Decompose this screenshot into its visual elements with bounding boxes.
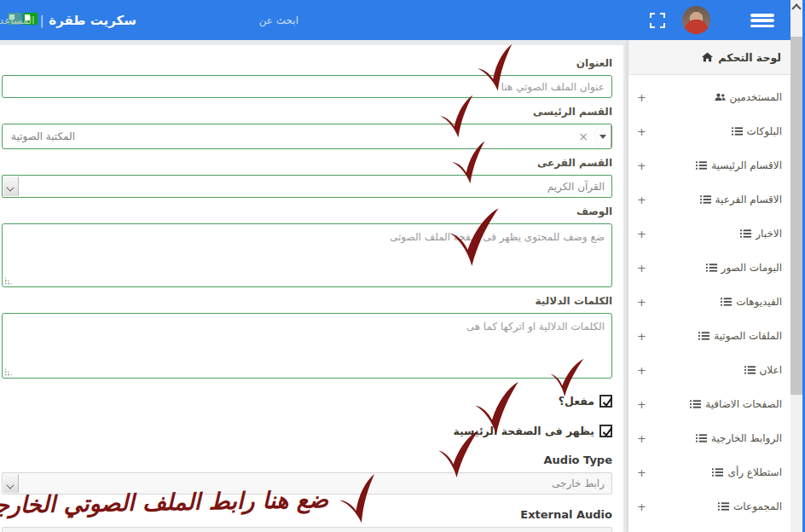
sidebar-item-polls[interactable]: + استطلاع رأى [628,455,793,489]
brand-title: سكريت طقرة [49,13,136,28]
sub-section-value: القرآن الكريم [547,181,605,193]
enabled-checkbox[interactable] [599,395,612,408]
audio-file-form: العنوان القسم الرئيسى المكتبة الصوتية × … [0,45,623,532]
brand[interactable]: سكريت طقرة | المساعدة [0,0,136,40]
external-audio-input[interactable] [2,527,612,532]
brand-divider: | [40,14,44,27]
expand-icon[interactable]: + [637,501,646,512]
list-icon [696,160,707,171]
top-navbar: سكريت طقرة | المساعدة [0,0,805,40]
sidebar-item-label: الاقسام الفرعية [715,194,782,205]
brand-subtitle[interactable]: المساعدة [0,14,35,26]
expand-icon[interactable]: + [637,365,646,376]
enabled-row: مفعل؟ [2,393,612,408]
expand-icon[interactable]: + [637,263,646,274]
sidebar-item-label: الروابط الخارجية [711,432,782,444]
sidebar-item-sub-sections[interactable]: + الاقسام الفرعية [628,182,793,217]
sidebar-item-news[interactable]: + الاخبار [628,217,793,251]
sidebar-item-groups[interactable]: + المجموعات [628,489,793,523]
sidebar-item-label: الاقسام الرئيسية [711,159,782,171]
main-section-select[interactable]: المكتبة الصوتية × [2,124,612,149]
sidebar-item-photo-albums[interactable]: + البومات الصور [628,251,793,285]
admin-page: سكريت طقرة | المساعدة لوحة التحكم + المس… [0,0,805,532]
main-section-value: المكتبة الصوتية [11,130,75,142]
fullscreen-icon[interactable] [650,13,665,28]
chevron-down-icon[interactable] [3,176,19,196]
sidebar-header-label: لوحة التحكم [718,51,781,64]
list-icon [690,399,701,409]
sidebar-item-label: البلوكات [747,125,782,137]
sidebar-item-label: الاخبار [756,228,782,240]
expand-icon[interactable]: + [637,399,646,410]
chevron-down-icon[interactable] [3,474,19,493]
sidebar-item-label: الفيديوهات [736,296,782,308]
sidebar-item-label: البومات الصور [721,262,782,274]
sidebar-item-audio-files[interactable]: + الملفات الصوتية [628,319,793,353]
list-icon [696,433,707,443]
list-icon [712,467,723,477]
list-icon [700,194,711,205]
list-icon [744,365,756,375]
audio-type-select[interactable]: رابط خارجى [2,472,612,494]
sidebar-item-main-sections[interactable]: + الاقسام الرئيسية [628,148,793,182]
external-audio-label: External Audio [2,508,612,522]
sidebar-item-label: الصفحات الاضافية [705,398,782,410]
expand-icon[interactable]: + [637,160,646,171]
user-avatar[interactable] [682,6,710,34]
audio-type-label: Audio Type [2,454,612,467]
expand-icon[interactable]: + [637,433,646,444]
users-icon [715,92,726,102]
description-label: الوصف [2,205,612,218]
description-textarea[interactable] [2,223,612,287]
menu-icon[interactable] [750,14,774,27]
list-icon [721,297,732,307]
expand-icon[interactable]: + [637,194,646,205]
sidebar-item-label: المستخدمين [730,91,782,103]
scrollbar-thumb[interactable] [791,37,802,395]
expand-icon[interactable]: + [637,467,646,478]
check-icon [601,425,614,438]
sidebar-item-blocks[interactable]: + البلوكات [628,114,793,148]
sidebar-item-users[interactable]: + المستخدمين [628,80,793,114]
show-on-home-row: يظهر فى الصفحة الرئيسية [2,423,612,438]
enabled-label: مفعل؟ [559,395,594,408]
show-on-home-label: يظهر فى الصفحة الرئيسية [453,425,594,437]
sidebar-menu: + المستخدمين + البلوكات + الاقسام الرئيس… [628,75,793,523]
chevron-down-icon[interactable] [594,124,611,148]
show-on-home-checkbox[interactable] [599,425,612,437]
scroll-up-icon[interactable] [793,3,799,9]
check-icon [601,396,614,408]
sub-section-select[interactable]: القرآن الكريم [2,175,612,198]
list-icon [732,126,743,136]
expand-icon[interactable]: + [637,126,646,137]
expand-icon[interactable]: + [637,331,646,342]
list-icon [706,263,717,273]
search-input[interactable] [145,9,298,32]
list-icon [740,228,751,239]
sidebar-item-extra-pages[interactable]: + الصفحات الاضافية [628,387,793,421]
keywords-label: الكلمات الدلالية [2,294,612,308]
sidebar-item-label: المجموعات [733,500,782,512]
sidebar-item-external-links[interactable]: + الروابط الخارجية [628,421,793,455]
sidebar-item-ads[interactable]: + اعلان [628,353,793,387]
sidebar-item-dashboard[interactable]: لوحة التحكم [628,40,793,75]
sidebar: لوحة التحكم + المستخدمين + البلوكات + ال… [628,40,793,532]
main-section-label: القسم الرئيسى [2,105,612,119]
expand-icon[interactable]: + [637,228,646,240]
audio-type-value: رابط خارجى [552,477,605,489]
sub-section-label: القسم الفرعى [2,156,612,170]
expand-icon[interactable]: + [637,92,646,103]
expand-icon[interactable]: + [637,297,646,308]
home-icon [702,52,713,62]
sidebar-item-label: استطلاع رأى [727,466,782,478]
list-icon [698,331,709,341]
keywords-textarea[interactable] [2,313,612,379]
clear-selection-icon[interactable]: × [578,130,588,142]
list-icon [718,501,729,512]
page-scrollbar[interactable] [791,0,802,532]
sidebar-item-label: اعلان [760,364,782,376]
title-input[interactable] [2,75,612,98]
sidebar-item-videos[interactable]: + الفيديوهات [628,285,793,319]
title-label: العنوان [2,56,612,70]
sidebar-item-label: الملفات الصوتية [714,330,782,342]
